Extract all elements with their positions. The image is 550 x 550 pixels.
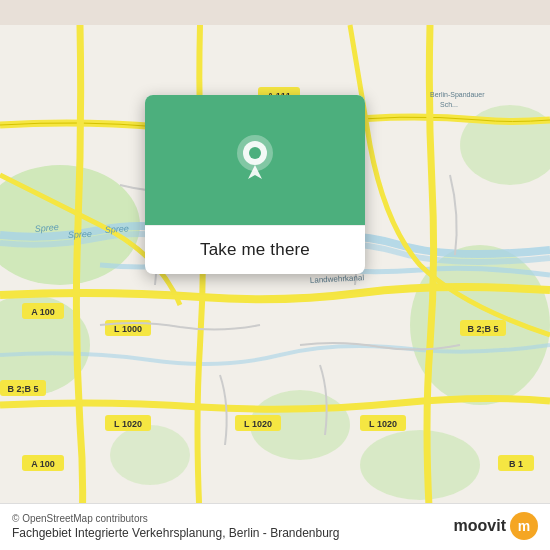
- moovit-logo: moovit m: [454, 512, 538, 540]
- svg-text:Spree: Spree: [104, 223, 129, 235]
- svg-text:B 2;B 5: B 2;B 5: [467, 324, 498, 334]
- card-map-preview: [145, 95, 365, 225]
- svg-text:L 1020: L 1020: [114, 419, 142, 429]
- svg-text:Sch...: Sch...: [440, 101, 458, 108]
- location-pin-icon: [235, 135, 275, 185]
- destination-label: Fachgebiet Integrierte Verkehrsplanung, …: [12, 526, 340, 540]
- moovit-text: moovit: [454, 517, 506, 535]
- svg-text:L 1000: L 1000: [114, 324, 142, 334]
- svg-point-7: [360, 430, 480, 500]
- svg-point-39: [249, 147, 261, 159]
- svg-text:Spree: Spree: [68, 229, 93, 240]
- svg-point-6: [110, 425, 190, 485]
- map-attribution: © OpenStreetMap contributors: [12, 513, 340, 524]
- svg-text:Berlin-Spandauer: Berlin-Spandauer: [430, 91, 485, 99]
- take-me-there-button[interactable]: Take me there: [200, 240, 310, 260]
- bottom-bar: © OpenStreetMap contributors Fachgebiet …: [0, 503, 550, 550]
- location-card: Take me there: [145, 95, 365, 274]
- svg-text:L 1020: L 1020: [369, 419, 397, 429]
- moovit-icon: m: [510, 512, 538, 540]
- svg-text:A 100: A 100: [31, 459, 55, 469]
- svg-text:A 100: A 100: [31, 307, 55, 317]
- svg-text:Spree: Spree: [34, 222, 59, 234]
- svg-text:B 1: B 1: [509, 459, 523, 469]
- map-container: A 111 A 100 A 100 L 1000 L 1020 L 1020 L…: [0, 0, 550, 550]
- svg-text:B 2;B 5: B 2;B 5: [7, 384, 38, 394]
- svg-text:L 1020: L 1020: [244, 419, 272, 429]
- card-action[interactable]: Take me there: [145, 225, 365, 274]
